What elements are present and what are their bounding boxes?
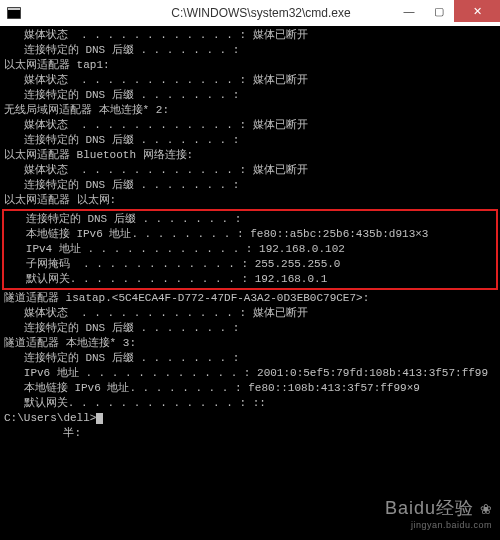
watermark-sub: 经验 <box>436 498 474 518</box>
terminal-line: 以太网适配器 tap1: <box>4 58 496 73</box>
terminal-line: 媒体状态 . . . . . . . . . . . . : 媒体已断开 <box>4 73 496 88</box>
terminal-line: 连接特定的 DNS 后缀 . . . . . . . : <box>4 43 496 58</box>
terminal-line: 默认网关. . . . . . . . . . . . . : :: <box>4 396 496 411</box>
terminal-line: 连接特定的 DNS 后缀 . . . . . . . : <box>4 133 496 148</box>
terminal-line: 连接特定的 DNS 后缀 . . . . . . . : <box>4 88 496 103</box>
terminal-line: 隧道适配器 本地连接* 3: <box>4 336 496 351</box>
terminal-line: 媒体状态 . . . . . . . . . . . . : 媒体已断开 <box>4 28 496 43</box>
terminal-line: 以太网适配器 以太网: <box>4 193 496 208</box>
terminal-line: IPv6 地址 . . . . . . . . . . . . : 2001:0… <box>4 366 496 381</box>
terminal-line: 连接特定的 DNS 后缀 . . . . . . . : <box>4 178 496 193</box>
terminal-line: 连接特定的 DNS 后缀 . . . . . . . : <box>4 321 496 336</box>
titlebar[interactable]: C:\WINDOWS\system32\cmd.exe — ▢ ✕ <box>0 0 500 27</box>
app-icon <box>6 5 22 21</box>
terminal-line: 本地链接 IPv6 地址. . . . . . . . : fe80::a5bc… <box>6 227 494 242</box>
svg-rect-1 <box>8 8 20 10</box>
terminal-line: IPv4 地址 . . . . . . . . . . . . : 192.16… <box>6 242 494 257</box>
terminal-output[interactable]: 媒体状态 . . . . . . . . . . . . : 媒体已断开 连接特… <box>0 26 500 540</box>
window-buttons: — ▢ ✕ <box>394 0 500 22</box>
terminal-line: 媒体状态 . . . . . . . . . . . . : 媒体已断开 <box>4 118 496 133</box>
terminal-line: 默认网关. . . . . . . . . . . . . : 192.168.… <box>6 272 494 287</box>
close-button[interactable]: ✕ <box>454 0 500 22</box>
terminal-line: 子网掩码 . . . . . . . . . . . . : 255.255.2… <box>6 257 494 272</box>
paw-icon: ❀ <box>480 501 492 517</box>
prompt-line[interactable]: C:\Users\dell> <box>4 411 496 426</box>
highlighted-section: 连接特定的 DNS 后缀 . . . . . . . : 本地链接 IPv6 地… <box>2 209 498 290</box>
terminal-line: 半: <box>4 426 496 441</box>
terminal-line: 连接特定的 DNS 后缀 . . . . . . . : <box>4 351 496 366</box>
maximize-button[interactable]: ▢ <box>424 0 454 22</box>
watermark: Baidu经验❀ jingyan.baidu.com <box>385 496 492 530</box>
terminal-line: 媒体状态 . . . . . . . . . . . . : 媒体已断开 <box>4 306 496 321</box>
minimize-button[interactable]: — <box>394 0 424 22</box>
watermark-url: jingyan.baidu.com <box>385 520 492 530</box>
cursor <box>96 413 103 424</box>
terminal-line: 以太网适配器 Bluetooth 网络连接: <box>4 148 496 163</box>
terminal-line: 本地链接 IPv6 地址. . . . . . . . : fe80::108b… <box>4 381 496 396</box>
terminal-line: 无线局域网适配器 本地连接* 2: <box>4 103 496 118</box>
terminal-line: 媒体状态 . . . . . . . . . . . . : 媒体已断开 <box>4 163 496 178</box>
cmd-window: C:\WINDOWS\system32\cmd.exe — ▢ ✕ ▲ 媒体状态… <box>0 0 500 540</box>
watermark-brand: Baidu <box>385 498 436 518</box>
terminal-line: 隧道适配器 isatap.<5C4ECA4F-D772-47DF-A3A2-0D… <box>4 291 496 306</box>
terminal-line: 连接特定的 DNS 后缀 . . . . . . . : <box>6 212 494 227</box>
